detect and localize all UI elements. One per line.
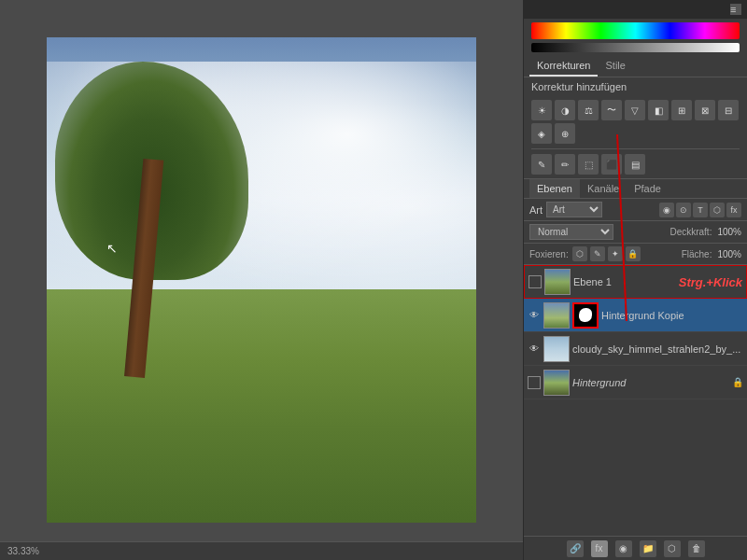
bw-gradient-bar <box>531 43 740 52</box>
blend-mode-row: Normal Deckkraft: 100% <box>524 221 747 244</box>
thumb-img-hintergrund-kopie <box>544 303 569 328</box>
filter-shape-icon[interactable]: ⬡ <box>710 203 725 217</box>
layer-thumb-hintergrund <box>543 370 570 396</box>
filter-fx-icon[interactable]: fx <box>726 203 741 217</box>
contrast-icon[interactable]: ◑ <box>555 100 575 120</box>
thumb-img-cloudy-sky <box>544 337 569 361</box>
correction-section-title: Korrektur hinzufügen <box>524 77 747 96</box>
layer-lock-icon: 🔒 <box>732 377 743 387</box>
filter-text-icon[interactable]: T <box>693 203 708 217</box>
opacity-label: Deckkraft: <box>669 227 712 237</box>
exposure-icon[interactable]: ▽ <box>625 100 645 120</box>
panel-menu-icon[interactable]: ≡ <box>730 4 741 15</box>
layer-name-cloudy-sky: cloudy_sky_himmel_strahlen2_by_... <box>572 343 743 355</box>
layer-name-ebene1: Ebene 1 <box>573 276 676 287</box>
tab-ebenen[interactable]: Ebenen <box>529 179 580 198</box>
fokieren-icons: ⬡ ✎ ✦ 🔒 <box>572 246 641 261</box>
link-layers-button[interactable]: 🔗 <box>567 540 584 557</box>
selective-color-icon[interactable]: ✎ <box>531 154 552 175</box>
layers-tabs: Ebenen Kanäle Pfade <box>524 178 747 199</box>
fokieren-lock-icon[interactable]: 🔒 <box>626 246 641 261</box>
levels-icon[interactable]: ⚖ <box>578 100 599 120</box>
correction-icons-grid: ☀ ◑ ⚖ 〜 ▽ ◧ ⊞ ⊠ ⊟ ◈ ⊕ ✎ ✏ ⬚ ⬛ ▤ <box>524 96 747 178</box>
fokieren-label: Foxieren: <box>529 249 569 259</box>
zoom-level: 33.33% <box>7 546 39 556</box>
layer-eye-cloudy-sky[interactable]: 👁 <box>528 343 541 356</box>
filter-pixel-icon[interactable]: ◉ <box>659 203 674 217</box>
mask-blob <box>579 308 592 321</box>
layers-filter-row: Art Art ◉ ⊙ T ⬡ fx <box>524 199 747 221</box>
tab-stile[interactable]: Stile <box>598 56 632 77</box>
layers-bottom-toolbar: 🔗 fx ◉ 📁 ⬡ 🗑 <box>524 536 747 560</box>
right-panel: ≡ Korrekturen Stile Korrektur hinzufügen… <box>523 0 747 560</box>
strg-klick-label: Strg.+Klick <box>679 275 742 289</box>
threshold-icon[interactable]: ✏ <box>555 154 575 175</box>
layer-row-hintergrund-kopie[interactable]: 👁 Hintergrund Kopie <box>524 299 747 332</box>
fokieren-select-icon[interactable]: ⬡ <box>572 246 587 261</box>
filter-icons-group: ◉ ⊙ T ⬡ fx <box>659 203 741 217</box>
tab-kanale[interactable]: Kanäle <box>580 179 627 198</box>
layers-list: Ebene 1 Strg.+Klick 👁 Hintergrund Kopie … <box>524 265 747 536</box>
layer-row-ebene1[interactable]: Ebene 1 Strg.+Klick <box>524 265 747 299</box>
thumb-img-ebene1 <box>545 270 570 294</box>
new-layer-button[interactable]: ⬡ <box>664 540 681 557</box>
canvas-area: ↖ 33.33% <box>0 0 523 560</box>
channel-mixer-icon[interactable]: ◈ <box>531 123 552 144</box>
canvas-cursor: ↖ <box>106 241 121 256</box>
layer-thumb-hintergrund-kopie <box>543 302 570 329</box>
color-gradient-bar <box>531 22 740 39</box>
top-strip: ≡ <box>524 0 747 19</box>
filter-adjust-icon[interactable]: ⊙ <box>676 203 691 217</box>
flache-label: Fläche: <box>682 249 712 259</box>
colorbalance-icon[interactable]: ⊠ <box>695 100 715 120</box>
ground-layer <box>47 289 476 523</box>
canvas-bottom-controls: 33.33% <box>7 546 39 556</box>
layer-mask-thumb-hintergrund-kopie <box>572 302 599 329</box>
fokieren-brush-icon[interactable]: ✎ <box>590 246 605 261</box>
layer-thumb-cloudy-sky <box>543 336 570 362</box>
layer-name-hintergrund: Hintergrund <box>572 377 729 388</box>
brightness-icon[interactable]: ☀ <box>531 100 552 120</box>
curves-icon[interactable]: 〜 <box>601 100 622 120</box>
opacity-value[interactable]: 100% <box>717 227 741 237</box>
layer-name-hintergrund-kopie: Hintergrund Kopie <box>601 310 743 321</box>
new-group-button[interactable]: 📁 <box>640 540 656 557</box>
bw-icon[interactable]: ⊟ <box>718 100 739 120</box>
band-icon[interactable]: ▤ <box>625 154 645 175</box>
layer-thumb-ebene1 <box>544 269 571 295</box>
thumb-img-hintergrund <box>544 371 569 395</box>
correction-tabs: Korrekturen Stile <box>524 56 747 77</box>
invert-icon[interactable]: ⬛ <box>601 154 622 175</box>
fokieren-move-icon[interactable]: ✦ <box>608 246 623 261</box>
delete-layer-button[interactable]: 🗑 <box>688 540 705 557</box>
canvas-image: ↖ <box>47 37 476 523</box>
hsl-icon[interactable]: ⊞ <box>671 100 692 120</box>
blend-mode-select[interactable]: Normal <box>529 224 613 240</box>
tab-korrekturen[interactable]: Korrekturen <box>529 56 598 77</box>
fokieren-row: Foxieren: ⬡ ✎ ✦ 🔒 Fläche: 100% <box>524 244 747 265</box>
posterize-icon[interactable]: ⬚ <box>578 154 599 175</box>
tab-pfade[interactable]: Pfade <box>627 179 669 198</box>
layer-row-hintergrund[interactable]: Hintergrund 🔒 <box>524 366 747 399</box>
layer-row-cloudy-sky[interactable]: 👁 cloudy_sky_himmel_strahlen2_by_... <box>524 332 747 366</box>
fx-button[interactable]: fx <box>591 540 608 557</box>
gradient-map-icon[interactable]: ⊕ <box>555 123 575 144</box>
layer-eye-ebene1[interactable] <box>529 275 542 288</box>
canvas-bottom-bar: 33.33% <box>0 541 523 560</box>
vibrance-icon[interactable]: ◧ <box>648 100 669 120</box>
filter-select[interactable]: Art <box>546 202 602 217</box>
layer-eye-hintergrund[interactable] <box>528 376 541 389</box>
layer-eye-hintergrund-kopie[interactable]: 👁 <box>528 309 541 322</box>
flache-value[interactable]: 100% <box>717 249 741 259</box>
add-mask-button[interactable]: ◉ <box>615 540 632 557</box>
filter-label: Art <box>529 204 543 216</box>
